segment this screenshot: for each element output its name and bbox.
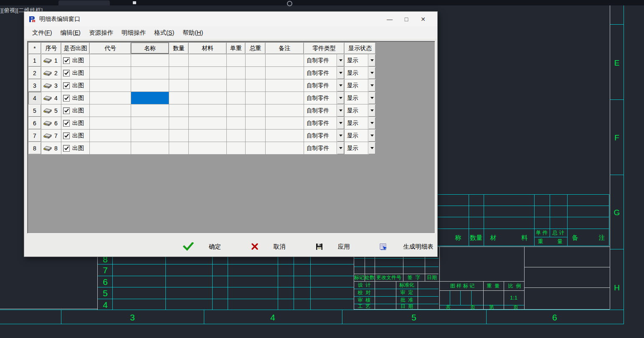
dropdown-arrow-button[interactable]: [368, 92, 375, 104]
part-type-dropdown[interactable]: 自制零件: [304, 79, 345, 92]
code-cell[interactable]: [90, 117, 131, 130]
total-weight-cell[interactable]: [246, 142, 266, 155]
material-cell[interactable]: [189, 92, 227, 104]
part-type-dropdown[interactable]: 自制零件: [304, 117, 345, 130]
total-weight-cell[interactable]: [246, 117, 266, 130]
plot-cell[interactable]: 出图: [61, 142, 90, 155]
plot-checkbox[interactable]: [63, 95, 70, 102]
unit-weight-cell[interactable]: [227, 92, 246, 104]
remark-cell[interactable]: [266, 130, 304, 142]
unit-weight-cell[interactable]: [227, 142, 246, 155]
remark-cell[interactable]: [266, 54, 304, 67]
remark-cell[interactable]: [266, 117, 304, 130]
dropdown-arrow-button[interactable]: [368, 67, 375, 79]
close-button[interactable]: ✕: [415, 13, 431, 25]
code-cell[interactable]: [90, 92, 131, 104]
material-cell[interactable]: [189, 54, 227, 67]
material-cell[interactable]: [189, 142, 227, 155]
plot-cell[interactable]: 出图: [61, 104, 90, 117]
total-weight-cell[interactable]: [246, 92, 266, 104]
material-cell[interactable]: [189, 79, 227, 92]
column-header[interactable]: 材料: [189, 43, 227, 54]
part-type-dropdown[interactable]: 自制零件: [304, 92, 345, 104]
dropdown-arrow-button[interactable]: [337, 117, 344, 129]
plot-checkbox[interactable]: [63, 107, 70, 114]
qty-cell[interactable]: [169, 54, 189, 67]
name-cell[interactable]: [131, 79, 169, 92]
menu-item[interactable]: 编辑(E): [56, 27, 85, 38]
apply-button[interactable]: 应用: [316, 243, 350, 251]
code-cell[interactable]: [90, 79, 131, 92]
total-weight-cell[interactable]: [246, 54, 266, 67]
display-state-dropdown[interactable]: 显示: [345, 92, 376, 104]
unit-weight-cell[interactable]: [227, 130, 246, 142]
part-type-dropdown[interactable]: 自制零件: [304, 142, 345, 155]
seq-cell[interactable]: 6: [41, 117, 61, 130]
column-header[interactable]: 总重: [246, 43, 266, 54]
dropdown-arrow-button[interactable]: [337, 79, 344, 91]
minimize-button[interactable]: —: [381, 13, 398, 25]
seq-cell[interactable]: 2: [41, 67, 61, 79]
qty-cell[interactable]: [169, 130, 189, 142]
unit-weight-cell[interactable]: [227, 117, 246, 130]
seq-cell[interactable]: 4: [41, 92, 61, 104]
menu-item[interactable]: 文件(F): [28, 27, 56, 38]
plot-checkbox[interactable]: [63, 70, 70, 76]
remark-cell[interactable]: [266, 104, 304, 117]
unit-weight-cell[interactable]: [227, 54, 246, 67]
code-cell[interactable]: [90, 142, 131, 155]
unit-weight-cell[interactable]: [227, 79, 246, 92]
display-state-dropdown[interactable]: 显示: [345, 142, 376, 155]
column-header[interactable]: 数量: [169, 43, 189, 54]
name-cell[interactable]: [131, 67, 169, 79]
plot-checkbox[interactable]: [63, 145, 70, 152]
code-cell[interactable]: [90, 104, 131, 117]
remark-cell[interactable]: [266, 67, 304, 79]
dropdown-arrow-button[interactable]: [368, 130, 375, 142]
name-cell[interactable]: [131, 142, 169, 155]
column-header[interactable]: 序号: [41, 43, 61, 54]
column-header[interactable]: 零件类型: [304, 43, 345, 54]
row-header[interactable]: 5: [28, 104, 41, 117]
row-header[interactable]: 1: [28, 54, 41, 67]
dropdown-arrow-button[interactable]: [368, 104, 375, 117]
code-cell[interactable]: [90, 130, 131, 142]
dropdown-arrow-button[interactable]: [337, 142, 344, 154]
qty-cell[interactable]: [169, 142, 189, 155]
plot-cell[interactable]: 出图: [61, 79, 90, 92]
part-type-dropdown[interactable]: 自制零件: [304, 104, 345, 117]
dropdown-arrow-button[interactable]: [368, 142, 375, 154]
dropdown-arrow-button[interactable]: [368, 117, 375, 129]
seq-cell[interactable]: 3: [41, 79, 61, 92]
plot-checkbox[interactable]: [63, 82, 70, 89]
dropdown-arrow-button[interactable]: [337, 54, 344, 66]
unit-weight-cell[interactable]: [227, 67, 246, 79]
plot-checkbox[interactable]: [63, 132, 70, 139]
column-header[interactable]: 单重: [227, 43, 246, 54]
menu-item[interactable]: 帮助(H): [178, 27, 207, 38]
plot-checkbox[interactable]: [63, 57, 70, 64]
plot-checkbox[interactable]: [63, 120, 70, 127]
maximize-button[interactable]: □: [398, 13, 415, 25]
qty-cell[interactable]: [169, 104, 189, 117]
display-state-dropdown[interactable]: 显示: [345, 117, 376, 130]
name-cell[interactable]: [131, 104, 169, 117]
material-cell[interactable]: [189, 104, 227, 117]
name-cell[interactable]: [131, 117, 169, 130]
name-cell[interactable]: [131, 92, 169, 104]
qty-cell[interactable]: [169, 67, 189, 79]
plot-cell[interactable]: 出图: [61, 130, 90, 142]
plot-cell[interactable]: 出图: [61, 54, 90, 67]
column-header[interactable]: 备注: [266, 43, 304, 54]
plot-cell[interactable]: 出图: [61, 67, 90, 79]
display-state-dropdown[interactable]: 显示: [345, 67, 376, 79]
remark-cell[interactable]: [266, 142, 304, 155]
seq-cell[interactable]: 1: [41, 54, 61, 67]
name-cell[interactable]: [131, 54, 169, 67]
name-cell[interactable]: [131, 130, 169, 142]
dropdown-arrow-button[interactable]: [337, 130, 344, 142]
remark-cell[interactable]: [266, 92, 304, 104]
material-cell[interactable]: [189, 117, 227, 130]
generate-bom-button[interactable]: 生成明细表: [380, 243, 434, 251]
menu-item[interactable]: 明细操作: [117, 27, 150, 38]
